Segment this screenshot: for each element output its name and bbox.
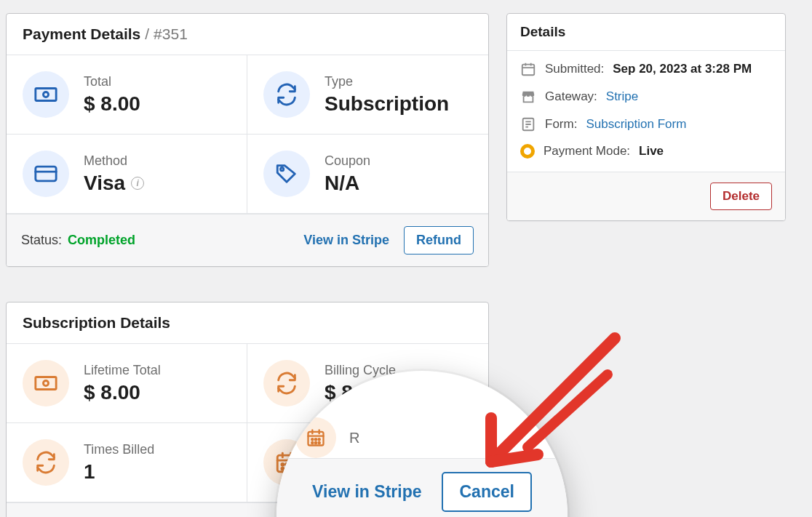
svg-rect-17	[522, 65, 535, 76]
details-side-card: Details Submitted: Sep 20, 2023 at 3:28 …	[506, 13, 786, 221]
mode-label: Payment Mode:	[544, 144, 630, 159]
svg-point-31	[319, 438, 320, 440]
calendar-icon	[520, 61, 536, 77]
svg-point-32	[311, 442, 313, 444]
subscription-details-title: Subscription Details	[23, 314, 170, 332]
cell-times-billed: Times Billed 1	[7, 423, 247, 502]
cell-coupon: Coupon N/A	[247, 135, 488, 214]
method-value: Visa i	[84, 172, 144, 195]
store-icon	[520, 89, 536, 105]
total-label: Total	[84, 74, 140, 89]
times-billed-label: Times Billed	[84, 442, 154, 457]
form-link[interactable]: Subscription Form	[586, 117, 686, 132]
mode-value: Live	[639, 144, 664, 159]
type-label: Type	[325, 74, 449, 89]
svg-point-14	[282, 468, 284, 470]
recurring-icon	[263, 71, 310, 118]
coupon-label: Coupon	[325, 153, 370, 169]
payment-details-title: Payment Details	[23, 25, 140, 43]
svg-point-4	[281, 168, 284, 171]
refund-button[interactable]: Refund	[404, 226, 474, 255]
svg-point-11	[282, 463, 284, 465]
mode-ring-icon	[520, 144, 535, 159]
payment-footer: Status: Completed View in Stripe Refund	[7, 214, 488, 266]
zoom-cancel-button[interactable]: Cancel	[442, 472, 531, 512]
submitted-value: Sep 20, 2023 at 3:28 PM	[613, 62, 752, 76]
recurring-icon	[23, 439, 69, 486]
gateway-label: Gateway:	[545, 89, 597, 104]
coupon-value: N/A	[325, 172, 370, 195]
status-value: Completed	[68, 233, 135, 248]
form-icon	[520, 116, 536, 132]
cash-icon	[23, 71, 69, 118]
method-label: Method	[84, 153, 144, 169]
status-label: Status:	[21, 233, 62, 248]
cash-icon	[23, 360, 69, 406]
delete-button[interactable]: Delete	[710, 183, 772, 210]
lifetime-total-value: $ 8.00	[84, 381, 161, 404]
svg-rect-2	[36, 167, 56, 181]
details-header: Details	[507, 14, 785, 51]
zoom-peek-label: R	[349, 430, 359, 446]
svg-rect-5	[36, 377, 56, 390]
cell-method: Method Visa i	[7, 135, 247, 214]
tag-icon	[263, 151, 310, 197]
row-mode: Payment Mode: Live	[520, 144, 772, 159]
payment-id-separator: /	[145, 25, 149, 43]
subscription-details-header: Subscription Details	[7, 302, 488, 344]
payment-details-header: Payment Details / #351	[7, 14, 488, 55]
total-value: $ 8.00	[84, 92, 140, 116]
view-in-stripe-link[interactable]: View in Stripe	[302, 230, 391, 251]
row-submitted: Submitted: Sep 20, 2023 at 3:28 PM	[520, 61, 772, 77]
form-label: Form:	[545, 117, 577, 132]
recurring-icon	[263, 360, 310, 406]
details-title: Details	[520, 24, 772, 40]
svg-point-30	[315, 438, 317, 440]
payment-id: #351	[154, 25, 188, 43]
svg-point-34	[319, 442, 320, 444]
cell-total: Total $ 8.00	[7, 55, 247, 135]
row-gateway: Gateway: Stripe	[520, 89, 772, 105]
row-form: Form: Subscription Form	[520, 116, 772, 132]
submitted-label: Submitted:	[545, 62, 604, 76]
lifetime-total-label: Lifetime Total	[84, 363, 161, 378]
svg-point-33	[315, 442, 317, 444]
credit-card-icon	[23, 151, 69, 197]
gateway-link[interactable]: Stripe	[606, 89, 638, 104]
svg-point-29	[311, 438, 313, 440]
times-billed-value: 1	[84, 460, 154, 484]
zoom-view-in-stripe-link[interactable]: View in Stripe	[312, 482, 421, 502]
svg-point-6	[43, 380, 48, 385]
details-footer: Delete	[507, 172, 785, 220]
cell-lifetime-total: Lifetime Total $ 8.00	[7, 344, 247, 423]
type-value: Subscription	[325, 92, 449, 116]
payment-details-card: Payment Details / #351 Total $ 8.00	[6, 13, 489, 267]
svg-point-1	[43, 92, 48, 97]
svg-rect-0	[36, 89, 56, 101]
cell-type: Type Subscription	[247, 55, 488, 135]
info-icon[interactable]: i	[131, 177, 144, 190]
